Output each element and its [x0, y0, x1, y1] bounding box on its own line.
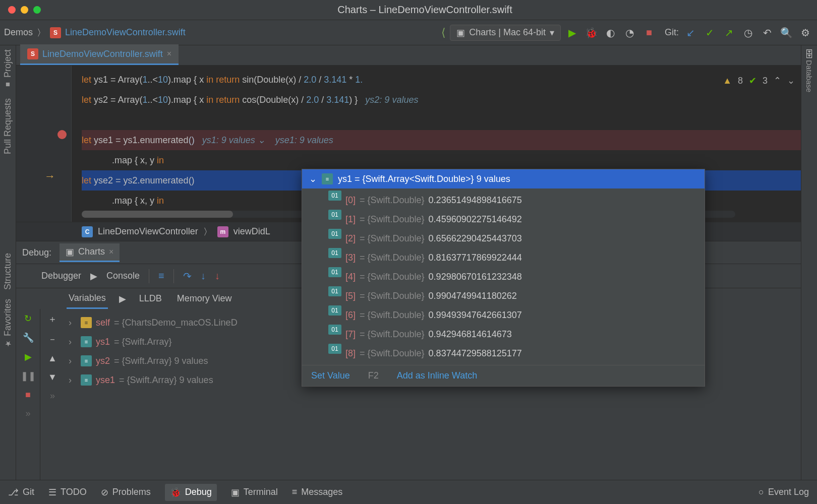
warning-icon: ▲: [723, 71, 732, 91]
step-over-icon[interactable]: ↷: [183, 270, 192, 282]
popup-header[interactable]: ⌄ ≡ ys1 = {Swift.Array<Swift.Double>} 9 …: [302, 169, 705, 188]
stop-button[interactable]: ■: [641, 27, 657, 38]
item-value: 0.45960902275146492: [429, 210, 522, 229]
popup-item[interactable]: 01[0]= {Swift.Double}0.23651494898416675: [302, 191, 705, 210]
popup-item[interactable]: 01[5]= {Swift.Double}0.9904749941180262: [302, 286, 705, 305]
add-watch-icon[interactable]: ＋: [48, 313, 57, 325]
next-highlight-icon[interactable]: ⌄: [787, 71, 795, 91]
event-log-button[interactable]: ○ Event Log: [758, 487, 809, 497]
item-value: 0.83744729588125177: [429, 344, 522, 363]
vcs-push-icon[interactable]: ↗: [721, 27, 736, 39]
pause-icon[interactable]: ❚❚: [21, 370, 36, 382]
threads-icon[interactable]: ≡: [158, 270, 164, 282]
editor-tab-row: S LineDemoViewController.swift ×: [16, 45, 801, 66]
breadcrumb-file[interactable]: LineDemoViewController.swift: [65, 27, 186, 38]
item-index: [8]: [345, 344, 356, 363]
item-type: = {Swift.Double}: [360, 229, 425, 248]
item-type: = {Swift.Double}: [360, 248, 425, 267]
database-tool[interactable]: Database: [805, 60, 813, 92]
set-value-action[interactable]: Set Value: [311, 370, 350, 381]
add-inline-watch-action[interactable]: Add as Inline Watch: [397, 370, 477, 381]
rerun-icon[interactable]: ↻: [24, 313, 32, 324]
structure-tool[interactable]: Structure: [3, 253, 13, 290]
breakpoint-icon[interactable]: [57, 130, 67, 139]
pull-requests-tool[interactable]: Pull Requests: [3, 98, 13, 154]
editor-tab[interactable]: S LineDemoViewController.swift ×: [20, 44, 179, 65]
move-up-icon[interactable]: ▲: [48, 353, 57, 364]
item-type: = {Swift.Double}: [360, 286, 425, 305]
expand-icon[interactable]: ›: [69, 332, 77, 351]
expand-icon[interactable]: ›: [69, 351, 77, 370]
item-index: [3]: [345, 248, 356, 267]
primitive-icon: 01: [328, 248, 341, 258]
problems-tool-button[interactable]: ⊘ Problems: [101, 487, 151, 498]
breadcrumb-root[interactable]: Demos: [4, 27, 33, 38]
force-step-into-icon[interactable]: ↓: [215, 270, 220, 282]
todo-tool-button[interactable]: ☰ TODO: [48, 487, 87, 498]
vcs-update-icon[interactable]: ↙: [683, 27, 698, 39]
popup-item[interactable]: 01[6]= {Swift.Double}0.99493947642661307: [302, 305, 705, 325]
console-tab[interactable]: Console: [106, 271, 140, 281]
terminal-tool-button[interactable]: ▣ Terminal: [231, 487, 278, 498]
step-into-icon[interactable]: ↓: [201, 270, 206, 282]
stop-icon[interactable]: ■: [25, 390, 31, 400]
ok-icon: ✔: [749, 71, 756, 91]
popup-item[interactable]: 01[7]= {Swift.Double}0.942946814614673: [302, 325, 705, 344]
profile-button[interactable]: ◔: [622, 27, 637, 39]
popup-item[interactable]: 01[1]= {Swift.Double}0.45960902275146492: [302, 210, 705, 229]
move-down-icon[interactable]: ▼: [48, 372, 57, 383]
breadcrumb-class[interactable]: LineDemoViewController: [98, 226, 198, 237]
item-type: = {Swift.Double}: [360, 344, 425, 363]
build-button[interactable]: ⟨: [441, 26, 446, 39]
inline-hint[interactable]: ys1: 9 values ⌄: [202, 135, 265, 145]
variable-value: = {Swift.Array} 9 values: [114, 351, 208, 370]
lldb-tab[interactable]: LLDB: [137, 289, 164, 308]
close-tab-icon[interactable]: ×: [167, 49, 171, 58]
variables-tab[interactable]: Variables: [67, 289, 108, 309]
minimize-window-button[interactable]: [21, 6, 28, 14]
run-config-selector[interactable]: ▣ Charts | Mac 64-bit ▾: [450, 25, 561, 41]
expand-icon[interactable]: ›: [69, 313, 77, 332]
main-toolbar: Demos 〉 S LineDemoViewController.swift ⟨…: [0, 20, 817, 45]
expand-icon[interactable]: ›: [69, 370, 77, 390]
inline-hint: ys2: 9 values: [365, 95, 418, 105]
chevron-down-icon[interactable]: ⌄: [309, 173, 317, 184]
debug-tool-button[interactable]: 🐞 Debug: [165, 484, 217, 501]
settings-icon[interactable]: ⚙: [798, 27, 813, 39]
debug-button[interactable]: 🐞: [584, 27, 599, 39]
nav-breadcrumb: Demos 〉 S LineDemoViewController.swift: [4, 27, 186, 39]
debug-session-tab[interactable]: ▣ Charts ×: [60, 243, 120, 262]
vcs-commit-icon[interactable]: ✓: [702, 27, 717, 39]
set-value-shortcut: F2: [368, 370, 379, 381]
memory-view-tab[interactable]: Memory View: [175, 289, 234, 308]
debugger-tab[interactable]: Debugger: [41, 271, 81, 281]
popup-item[interactable]: 01[3]= {Swift.Double}0.81637717869922444: [302, 248, 705, 267]
remove-watch-icon[interactable]: －: [48, 333, 57, 345]
favorites-tool[interactable]: ★ Favorites: [3, 299, 13, 348]
resume-icon[interactable]: ▶: [25, 351, 32, 362]
item-index: [7]: [345, 325, 356, 344]
project-tool[interactable]: ■ Project: [3, 49, 13, 89]
close-window-button[interactable]: [8, 6, 16, 14]
run-button[interactable]: ▶: [565, 27, 580, 39]
popup-item[interactable]: 01[2]= {Swift.Double}0.65662290425443703: [302, 229, 705, 248]
messages-tool-button[interactable]: ≡ Messages: [292, 487, 343, 497]
wrench-icon[interactable]: 🔧: [23, 332, 34, 343]
zoom-window-button[interactable]: [33, 6, 41, 14]
popup-item[interactable]: 01[8]= {Swift.Double}0.83744729588125177: [302, 344, 705, 363]
search-icon[interactable]: 🔍: [779, 27, 794, 39]
coverage-button[interactable]: ◐: [603, 27, 618, 39]
close-icon[interactable]: ×: [109, 247, 113, 257]
prev-highlight-icon[interactable]: ⌃: [774, 71, 781, 91]
breadcrumb-method[interactable]: viewDidL: [234, 226, 270, 237]
history-icon[interactable]: ◷: [740, 27, 755, 39]
primitive-icon: 01: [328, 305, 341, 316]
item-index: [4]: [345, 267, 356, 286]
git-tool-button[interactable]: ⎇ Git: [8, 487, 34, 498]
array-icon: ≡: [322, 173, 333, 184]
window-title: Charts – LineDemoViewController.swift: [41, 4, 809, 16]
database-icon[interactable]: 🗄: [805, 49, 814, 60]
revert-icon[interactable]: ↶: [760, 27, 775, 39]
editor-inspection-status[interactable]: ▲8 ✔3 ⌃ ⌄: [723, 71, 795, 91]
popup-item[interactable]: 01[4]= {Swift.Double}0.92980670161232348: [302, 267, 705, 286]
